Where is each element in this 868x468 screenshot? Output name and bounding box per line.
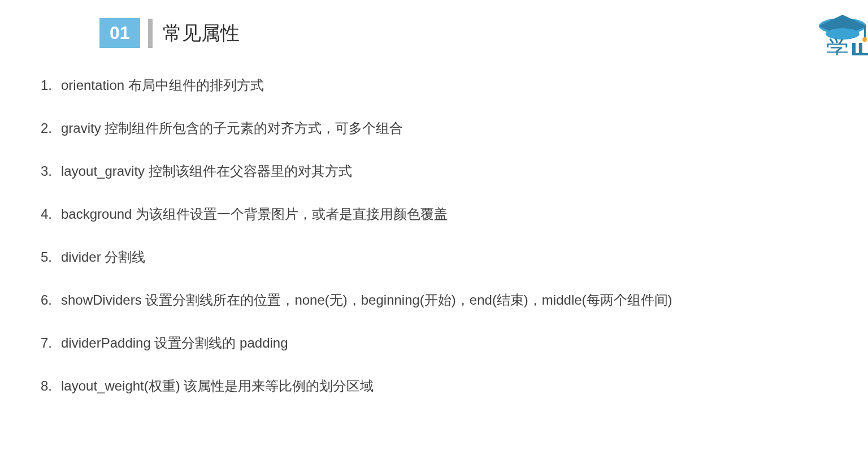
- section-number-badge: 01: [99, 18, 140, 48]
- slide-title: 常见属性: [163, 20, 240, 46]
- svg-rect-7: [856, 53, 868, 55]
- svg-rect-2: [864, 26, 866, 38]
- list-item: showDividers 设置分割线所在的位置，none(无)，beginnin…: [41, 290, 868, 310]
- header-divider: [148, 19, 153, 48]
- svg-rect-5: [852, 43, 856, 55]
- slide-content: orientation 布局中组件的排列方式 gravity 控制组件所包含的子…: [0, 48, 868, 396]
- svg-text:学: 学: [826, 36, 849, 55]
- list-item: layout_gravity 控制该组件在父容器里的对其方式: [41, 161, 868, 181]
- list-item: dividerPadding 设置分割线的 padding: [41, 333, 868, 353]
- list-item: gravity 控制组件所包含的子元素的对齐方式，可多个组合: [41, 118, 868, 138]
- attribute-list: orientation 布局中组件的排列方式 gravity 控制组件所包含的子…: [41, 75, 868, 396]
- svg-rect-6: [859, 43, 862, 53]
- list-item: orientation 布局中组件的排列方式: [41, 75, 868, 96]
- list-item: layout_weight(权重) 该属性是用来等比例的划分区域: [41, 376, 868, 396]
- graduation-cap-logo-icon: 学: [806, 10, 868, 55]
- svg-point-3: [862, 37, 867, 42]
- list-item: divider 分割线: [41, 247, 868, 267]
- list-item: background 为该组件设置一个背景图片，或者是直接用颜色覆盖: [41, 204, 868, 224]
- slide-header: 01 常见属性: [0, 0, 868, 48]
